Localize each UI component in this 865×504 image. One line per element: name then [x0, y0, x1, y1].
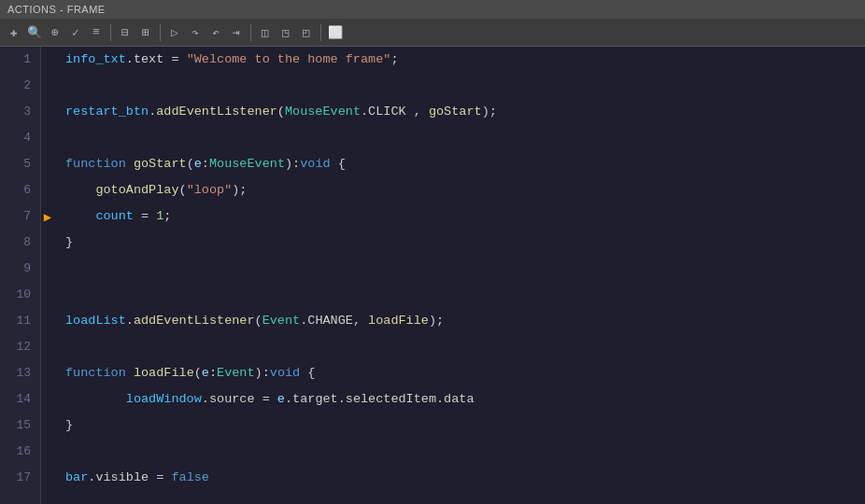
gutter-cell	[41, 151, 54, 177]
code-token: Event	[217, 366, 255, 380]
tool5-icon[interactable]: ⬜	[327, 24, 344, 41]
code-token: {	[331, 157, 346, 171]
breakpoint-arrow-icon: ▶	[44, 209, 51, 225]
line-number: 10	[0, 282, 40, 308]
gutter-cell	[41, 413, 54, 439]
code-token: );	[429, 314, 444, 328]
code-token: Event	[262, 314, 301, 328]
code-area[interactable]: 1234567891011121314151617 ▶ info_txt.tex…	[0, 47, 865, 504]
code-token: ):	[255, 366, 270, 380]
tool1-icon[interactable]: ◫	[257, 24, 274, 41]
code-token: );	[482, 105, 497, 119]
tool2-icon[interactable]: ◳	[277, 24, 294, 41]
code-token: .	[285, 392, 292, 406]
code-token: gotoAndPlay	[95, 183, 178, 197]
code-token: goStart	[429, 105, 482, 119]
code-token: .	[202, 392, 209, 406]
gutter-cell	[41, 230, 54, 256]
code-line: bar.visible = false	[65, 465, 865, 491]
code-token: (	[187, 157, 194, 171]
debug4-icon[interactable]: ⇥	[228, 24, 245, 41]
code-line	[65, 125, 865, 151]
code-line	[65, 282, 865, 308]
line-number: 8	[0, 230, 40, 256]
code-token: restart_btn	[65, 105, 149, 119]
title-bar: ACTIONS - FRAME	[0, 0, 865, 19]
code-token: {	[300, 366, 315, 380]
code-token: loadList	[65, 314, 126, 328]
code-token	[65, 392, 126, 406]
code-token: "Welcome to the home frame"	[187, 52, 391, 66]
code-line: loadWindow.source = e.target.selectedIte…	[65, 386, 865, 413]
code-token: bar	[65, 470, 88, 484]
code-token: target.selectedItem.data	[292, 392, 474, 406]
code-token: goStart	[134, 157, 187, 171]
code-token: ,	[353, 314, 368, 328]
search-icon[interactable]: 🔍	[26, 24, 43, 41]
debug3-icon[interactable]: ↶	[207, 24, 224, 41]
code-line	[65, 73, 865, 99]
list-icon[interactable]: ≡	[88, 24, 105, 41]
gutter-cell: ▶	[41, 203, 54, 230]
code-token: (	[179, 183, 187, 197]
code-token: e	[202, 366, 209, 380]
tool3-icon[interactable]: ◰	[298, 24, 315, 41]
edit2-icon[interactable]: ⊞	[137, 24, 154, 41]
line-number: 6	[0, 177, 40, 203]
code-token: MouseEvent	[285, 105, 361, 119]
code-token	[65, 183, 95, 197]
code-token	[65, 209, 95, 223]
gutter-cell	[41, 308, 54, 334]
code-token: =	[163, 52, 186, 66]
gutter-cell	[41, 256, 54, 282]
code-line: restart_btn.addEventListener(MouseEvent.…	[65, 99, 865, 125]
sep4	[320, 24, 321, 41]
code-token: CLICK	[368, 105, 406, 119]
code-token: e	[194, 157, 202, 171]
gutter-cell	[41, 386, 54, 413]
code-token: ):	[285, 157, 300, 171]
gutter-cell	[41, 47, 54, 73]
code-token: }	[65, 235, 73, 249]
gutter-cell	[41, 282, 54, 308]
sep2	[160, 24, 161, 41]
code-token: addEventListener	[156, 105, 277, 119]
gutter-cell	[41, 334, 54, 360]
debug2-icon[interactable]: ↷	[187, 24, 204, 41]
code-token: info_txt	[65, 52, 126, 66]
code-token: function	[65, 157, 126, 171]
line-number: 2	[0, 73, 40, 99]
code-token: source =	[209, 392, 277, 406]
code-line	[65, 334, 865, 360]
code-token: count	[95, 209, 134, 223]
code-token: MouseEvent	[209, 157, 285, 171]
code-token: loadFile	[134, 366, 194, 380]
line-number: 15	[0, 413, 40, 439]
code-token: ,	[406, 105, 429, 119]
target-icon[interactable]: ⊕	[47, 24, 64, 41]
code-line: function loadFile(e:Event):void {	[65, 360, 865, 386]
code-line	[65, 256, 865, 282]
line-number: 13	[0, 360, 40, 386]
edit1-icon[interactable]: ⊟	[117, 24, 134, 41]
add-icon[interactable]: ✚	[6, 24, 22, 41]
sep1	[110, 24, 111, 41]
line-number: 4	[0, 125, 40, 151]
debug1-icon[interactable]: ▷	[166, 24, 183, 41]
toolbar: ✚🔍⊕✓≡⊟⊞▷↷↶⇥◫◳◰⬜	[0, 19, 865, 47]
code-token: );	[232, 183, 247, 197]
code-token: addEventListener	[134, 314, 255, 328]
code-token: e	[277, 392, 285, 406]
line-number: 14	[0, 386, 40, 413]
gutter-cell	[41, 99, 54, 125]
code-token	[126, 366, 134, 380]
line-number: 5	[0, 151, 40, 177]
check-icon[interactable]: ✓	[67, 24, 84, 41]
code-token: (	[194, 366, 202, 380]
line-number: 7	[0, 203, 40, 230]
line-number: 11	[0, 308, 40, 334]
code-token: loadFile	[368, 314, 429, 328]
gutter-cell	[41, 73, 54, 99]
line-number: 16	[0, 439, 40, 465]
code-content[interactable]: info_txt.text = "Welcome to the home fra…	[54, 47, 865, 504]
